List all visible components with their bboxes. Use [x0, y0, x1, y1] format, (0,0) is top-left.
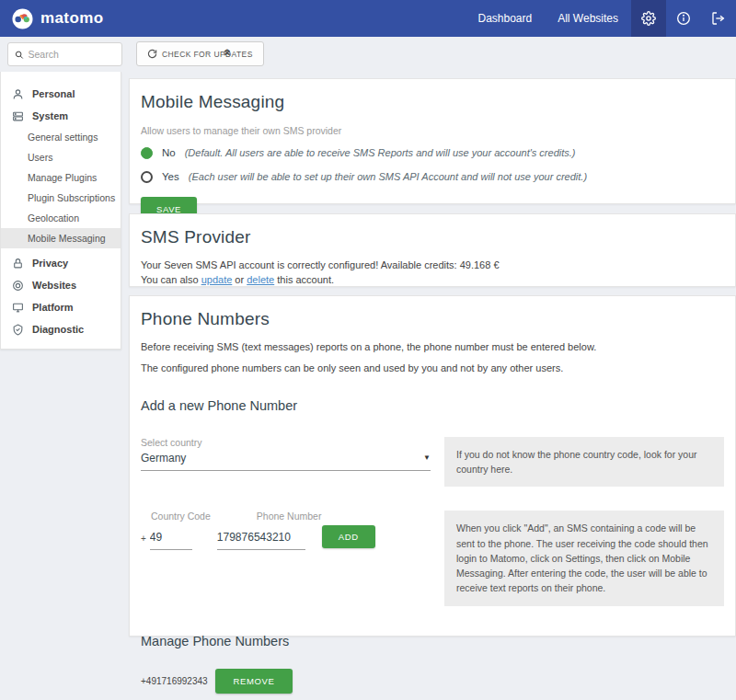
sidebar-item-label: Geolocation	[28, 212, 79, 224]
manage-phone-numbers-title: Manage Phone Numbers	[141, 634, 724, 648]
sidebar-item-mobile-messaging[interactable]: Mobile Messaging	[1, 228, 121, 248]
sms-provider-account-line: You can also update or delete this accou…	[141, 273, 724, 288]
country-code-label: Country Code	[151, 511, 211, 522]
shield-check-icon	[12, 324, 24, 336]
info-icon	[676, 11, 691, 26]
matomo-logo-icon	[12, 8, 33, 29]
account-line-text: You can also	[141, 274, 201, 285]
sidebar-item-label: Mobile Messaging	[28, 233, 106, 244]
person-icon	[12, 88, 24, 100]
add-help-box: When you click "Add", an SMS containing …	[444, 511, 724, 605]
country-help-box: If you do not know the phone country cod…	[444, 437, 724, 488]
phone-entry-value: +491716992343	[141, 676, 208, 686]
radio-option-yes[interactable]: Yes (Each user will be able to set up th…	[141, 169, 724, 184]
sidebar-item-label: Users	[28, 152, 52, 163]
plus-prefix: +	[141, 534, 146, 550]
nav-link-all-websites[interactable]: All Websites	[545, 0, 631, 37]
country-code-input[interactable]	[150, 531, 192, 550]
chevron-down-icon: ▼	[423, 453, 431, 462]
sign-out-icon	[711, 11, 726, 26]
sidebar-item-users[interactable]: Users	[1, 147, 121, 167]
sidebar-item-platform[interactable]: Platform	[1, 296, 121, 318]
update-link[interactable]: update	[201, 274, 233, 285]
sidebar-item-label: Personal	[32, 88, 75, 99]
radio-no-label: No	[162, 147, 176, 158]
search-input[interactable]	[29, 49, 115, 60]
sms-provider-card: SMS Provider Your Seven SMS API account …	[129, 213, 736, 287]
sidebar-item-label: System	[32, 110, 68, 121]
top-navbar: matomo Dashboard All Websites	[0, 0, 736, 37]
sidebar-item-general-settings[interactable]: General settings	[1, 127, 121, 147]
sidebar-item-label: Manage Plugins	[28, 172, 97, 183]
gear-icon	[641, 11, 656, 26]
settings-gear-button[interactable]	[631, 0, 666, 37]
phone-input-row: Country Code Phone Number + ADD When you…	[141, 511, 724, 605]
phone-numbers-title: Phone Numbers	[141, 309, 724, 329]
sidebar-item-geolocation[interactable]: Geolocation	[1, 208, 121, 228]
phone-numbers-card: Phone Numbers Before receiving SMS (text…	[129, 295, 736, 637]
country-select-row: Select country Germany ▼ If you do not k…	[141, 437, 724, 488]
brand-name: matomo	[40, 9, 104, 28]
sidebar-item-label: Plugin Subscriptions	[28, 192, 115, 203]
help-info-button[interactable]	[666, 0, 701, 37]
radio-yes-label: Yes	[162, 171, 179, 182]
radio-checked-icon[interactable]	[141, 147, 153, 159]
phone-numbers-intro-2: The configured phone numbers can be only…	[141, 361, 724, 376]
admin-sidebar: Personal System General settings Users M…	[0, 72, 121, 350]
phone-number-input[interactable]	[217, 531, 305, 550]
search-icon	[15, 50, 24, 60]
select-country-label: Select country	[141, 437, 431, 448]
add-phone-number-title: Add a new Phone Number	[141, 398, 724, 413]
country-select-value: Germany	[141, 452, 186, 465]
radio-no-description: (Default. All users are able to receive …	[185, 147, 576, 158]
search-box[interactable]	[7, 42, 122, 66]
sidebar-item-diagnostic[interactable]: Diagnostic	[1, 318, 121, 340]
radio-yes-description: (Each user will be able to set up their …	[189, 171, 587, 182]
add-button[interactable]: ADD	[322, 525, 375, 548]
collapse-chevrons-icon[interactable]: «	[221, 45, 236, 60]
refresh-icon	[147, 49, 157, 59]
mobile-messaging-card: Mobile Messaging Allow users to manage t…	[129, 78, 736, 204]
nav-link-dashboard[interactable]: Dashboard	[465, 0, 545, 37]
sidebar-item-privacy[interactable]: Privacy	[1, 252, 121, 274]
sidebar-item-label: Platform	[32, 302, 74, 313]
sms-provider-status: Your Seven SMS API account is correctly …	[141, 258, 724, 288]
sidebar-item-websites[interactable]: Websites	[1, 274, 121, 296]
sms-provider-setting-label: Allow users to manage their own SMS prov…	[141, 125, 724, 136]
account-line-text: or	[232, 274, 247, 285]
sidebar-item-personal[interactable]: Personal	[1, 83, 121, 105]
phone-numbers-intro-1: Before receiving SMS (text messages) rep…	[141, 340, 724, 355]
system-icon	[12, 110, 24, 122]
mobile-messaging-title: Mobile Messaging	[141, 92, 724, 112]
check-for-updates-button[interactable]: CHECK FOR UPDATES	[136, 41, 264, 66]
sidebar-item-manage-plugins[interactable]: Manage Plugins	[1, 167, 121, 188]
remove-button[interactable]: REMOVE	[215, 669, 293, 694]
globe-icon	[12, 280, 24, 292]
matomo-logo[interactable]: matomo	[12, 8, 104, 29]
radio-option-no[interactable]: No (Default. All users are able to recei…	[141, 145, 724, 160]
sidebar-item-label: Privacy	[32, 258, 68, 269]
radio-unchecked-icon[interactable]	[141, 171, 153, 183]
phone-entry-row: +491716992343 REMOVE	[141, 669, 724, 694]
account-line-text: this account.	[274, 274, 334, 285]
check-for-updates-label: CHECK FOR UPDATES	[162, 50, 253, 59]
sidebar-item-label: Websites	[32, 280, 76, 291]
lock-icon	[12, 258, 24, 270]
monitor-icon	[12, 302, 24, 314]
sign-out-button[interactable]	[701, 0, 736, 37]
sidebar-item-plugin-subscriptions[interactable]: Plugin Subscriptions	[1, 188, 121, 208]
sms-provider-title: SMS Provider	[141, 227, 724, 247]
navbar-right: Dashboard All Websites	[465, 0, 736, 37]
delete-link[interactable]: delete	[247, 274, 274, 285]
sms-provider-status-line: Your Seven SMS API account is correctly …	[141, 258, 724, 273]
phone-number-label: Phone Number	[257, 511, 322, 522]
sidebar-item-label: General settings	[28, 132, 98, 143]
sidebar-item-label: Diagnostic	[32, 324, 84, 335]
sidebar-item-system[interactable]: System	[1, 105, 121, 127]
country-select[interactable]: Germany ▼	[141, 452, 431, 471]
